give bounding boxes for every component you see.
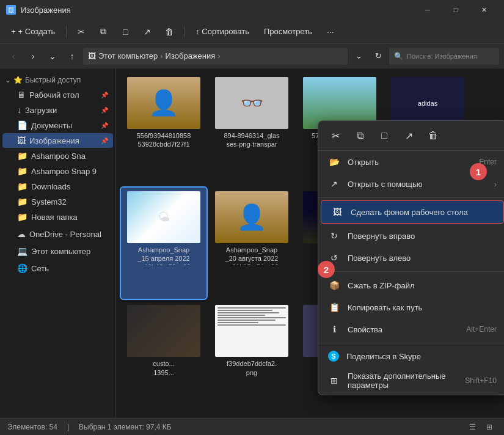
ctx-copy-button[interactable]: ⧉ (350, 126, 370, 145)
sidebar-item-label: Downloads (31, 182, 70, 191)
sidebar-item-label: Ashampoo Snap 9 (31, 167, 97, 176)
folder-icon: 📁 (17, 151, 27, 161)
refresh-button[interactable]: ↻ (370, 48, 387, 65)
ctx-copy-path-label: Копировать как путь (348, 303, 497, 312)
computer-section: 💻 Этот компьютер (0, 244, 115, 258)
address-path[interactable]: 🖼 Этот компьютер › Изображения › (83, 48, 348, 65)
delete-button[interactable]: 🗑 (159, 22, 179, 42)
create-icon: + (11, 27, 16, 36)
ctx-more-options-shortcut: Shift+F10 (465, 376, 497, 385)
create-button[interactable]: + + Создать (5, 24, 61, 38)
file-item[interactable]: custo...1395...0c-8... (121, 301, 206, 413)
chevron-icon: ⌄ (5, 76, 11, 84)
ctx-open-label: Открыть (348, 158, 472, 167)
ctx-properties-label: Свойства (348, 325, 459, 334)
sidebar-item-network[interactable]: 🌐 Сеть (2, 261, 113, 276)
ctx-more-options[interactable]: ⊞ Показать дополнительные параметры Shif… (318, 367, 504, 395)
sidebar-item-label: Документы (31, 121, 72, 130)
list-view-button[interactable]: ☰ (465, 420, 480, 434)
ctx-open-with-label: Открыть с помощью (348, 180, 487, 189)
cloud-icon: ☁ (17, 229, 26, 239)
file-item[interactable]: 👤 556f9394481085853928cbdd7f27f144.jpg (121, 73, 206, 185)
quick-access-header[interactable]: ⌄ ⭐ Быстрый доступ (0, 73, 115, 87)
ctx-cut-button[interactable]: ✂ (326, 126, 345, 145)
status-separator: | (67, 423, 69, 431)
sidebar-item-ashampoo-sna[interactable]: 📁 Ashampoo Sna (2, 148, 113, 163)
view-button[interactable]: Просмотреть (258, 24, 318, 38)
sidebar-item-images[interactable]: 🖼 Изображения 📌 (2, 133, 113, 148)
ctx-rotate-right[interactable]: ↻ Повернуть вправо (318, 225, 504, 247)
address-dropdown[interactable]: ⌄ (350, 48, 367, 65)
file-area: 1 2 👤 556f9394481085853928cbdd7f27f144.j… (116, 68, 504, 418)
image-preview (215, 305, 288, 357)
ctx-skype[interactable]: S Поделиться в Skype (318, 346, 504, 367)
forward-button[interactable]: › (24, 48, 42, 65)
minimize-button[interactable]: ─ (414, 0, 442, 20)
path-part-computer[interactable]: Этот компьютер (98, 51, 158, 60)
search-icon: 🔍 (394, 52, 403, 60)
ctx-properties[interactable]: ℹ Свойства Alt+Enter (318, 318, 504, 340)
more-button[interactable]: ··· (321, 22, 340, 42)
file-item[interactable]: 👓 894-8946314_glasses-png-transparent-im… (209, 73, 294, 185)
file-thumbnail: 👓 (215, 77, 288, 129)
sidebar-item-system32[interactable]: 📁 System32 (2, 194, 113, 209)
zip-icon: 📦 (328, 279, 340, 291)
image-preview: 👤 (127, 77, 200, 129)
recent-button[interactable]: ⌄ (44, 48, 61, 65)
view-controls: ☰ ⊞ (465, 420, 497, 434)
sidebar-item-ashampoo-snap9[interactable]: 📁 Ashampoo Snap 9 (2, 164, 113, 178)
image-preview (127, 305, 200, 357)
items-count: Элементов: 54 (7, 423, 57, 431)
image-preview: 🌤 (127, 191, 200, 243)
sort-button[interactable]: ↑ Сортировать (189, 24, 255, 38)
ctx-share-button[interactable]: ↗ (399, 126, 418, 145)
copy-button[interactable]: ⧉ (93, 22, 113, 42)
file-thumbnail: 👤 (215, 191, 288, 243)
ctx-set-wallpaper[interactable]: 🖼 Сделать фоном рабочего стола (321, 200, 504, 224)
toolbar: + + Создать ✂ ⧉ □ ↗ 🗑 ↑ Сортировать Прос… (0, 20, 504, 44)
search-box[interactable]: 🔍 Поиск в: Изображения (389, 48, 499, 65)
documents-icon: 📄 (17, 120, 27, 130)
up-button[interactable]: ↑ (64, 48, 81, 65)
window-controls: ─ □ ✕ (414, 0, 498, 20)
titlebar: 🖼 Изображения ─ □ ✕ (0, 0, 504, 20)
sidebar-item-label: Этот компьютер (31, 247, 90, 256)
images-icon: 🖼 (17, 136, 26, 145)
image-preview: 👤 (215, 191, 288, 243)
path-icon: 🖼 (88, 51, 96, 60)
ctx-rotate-left[interactable]: ↺ Повернуть влево (318, 247, 504, 269)
properties-icon: ℹ (328, 323, 340, 335)
share-button[interactable]: ↗ (137, 22, 157, 42)
sidebar-item-downloads-folder[interactable]: 📁 Downloads (2, 179, 113, 194)
file-item[interactable]: f39ddeb7ddcfa2.png (209, 301, 294, 413)
sidebar-item-label: Изображения (29, 136, 79, 145)
file-name: f39ddeb7ddcfa2.png (227, 359, 277, 377)
ctx-copy-path[interactable]: 📋 Копировать как путь (318, 296, 504, 318)
sidebar-item-documents[interactable]: 📄 Документы 📌 (2, 118, 113, 133)
sidebar-item-downloads[interactable]: ↓ Загрузки 📌 (2, 103, 113, 117)
sidebar-item-computer[interactable]: 💻 Этот компьютер (2, 244, 113, 258)
sidebar-item-desktop[interactable]: 🖥 Рабочий стол 📌 (2, 87, 113, 102)
submenu-arrow: › (494, 180, 497, 189)
addressbar: ‹ › ⌄ ↑ 🖼 Этот компьютер › Изображения ›… (0, 44, 504, 68)
grid-view-button[interactable]: ⊞ (482, 420, 497, 434)
sidebar-item-label: Сеть (31, 264, 49, 273)
maximize-button[interactable]: □ (442, 0, 470, 20)
ctx-delete-button[interactable]: 🗑 (423, 126, 443, 145)
cut-button[interactable]: ✂ (71, 22, 91, 42)
ctx-paste-button[interactable]: □ (374, 126, 394, 145)
network-section: 🌐 Сеть (0, 261, 115, 276)
ctx-zip[interactable]: 📦 Сжать в ZIP-файл (318, 274, 504, 296)
sidebar-item-onedrive[interactable]: ☁ OneDrive - Personal (2, 227, 113, 241)
sidebar-item-new-folder[interactable]: 📁 Новая папка (2, 210, 113, 224)
file-item-selected[interactable]: 🌤 Ashampoo_Snap_15 апреля 2022г._19h48m5… (121, 188, 206, 299)
close-button[interactable]: ✕ (470, 0, 498, 20)
context-menu: ✂ ⧉ □ ↗ 🗑 📂 Открыть Enter ↗ Открыть с по… (318, 120, 504, 395)
search-placeholder: Поиск в: Изображения (407, 53, 477, 60)
file-thumbnail: 👤 (127, 77, 200, 129)
path-part-images[interactable]: Изображения (166, 51, 216, 60)
skype-icon: S (328, 351, 339, 362)
file-item[interactable]: 👤 Ashampoo_Snap_20 августа 2022г._01h15m… (209, 188, 294, 299)
paste-button[interactable]: □ (115, 22, 135, 42)
back-button[interactable]: ‹ (5, 48, 22, 65)
